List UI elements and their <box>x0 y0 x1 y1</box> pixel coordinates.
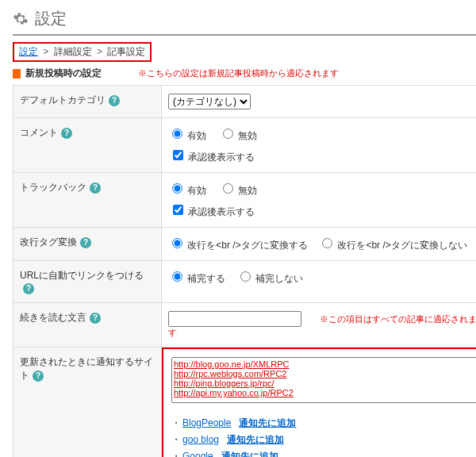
autolink-radio-on[interactable]: 補完する <box>168 273 225 284</box>
readmore-label: 続きを読む文言 <box>20 312 86 323</box>
list-item: ・Google通知先に追加 <box>171 450 476 457</box>
breadcrumb-sep: > <box>43 46 48 57</box>
help-icon[interactable]: ? <box>90 313 101 324</box>
breadcrumb-sep: > <box>97 46 102 57</box>
page-header: 設定 <box>13 8 476 36</box>
ping-highlight-box: http://blog.goo.ne.jp/XMLRPC http://rpc.… <box>162 348 476 457</box>
section-note: ※こちらの設定は新規記事投稿時から適応されます <box>138 67 339 79</box>
list-item: ・BlogPeople通知先に追加 <box>171 417 476 430</box>
help-icon[interactable]: ? <box>80 237 91 248</box>
ping-add-link[interactable]: 通知先に追加 <box>227 434 284 445</box>
ping-service-list: ・BlogPeople通知先に追加 ・goo blog通知先に追加 ・Googl… <box>171 417 476 457</box>
section-title-row: 新規投稿時の設定 ※こちらの設定は新規記事投稿時から適応されます <box>13 67 476 80</box>
section-title: 新規投稿時の設定 <box>25 67 102 80</box>
autolink-radio-off[interactable]: 補完しない <box>236 273 303 284</box>
ping-textarea[interactable]: http://blog.goo.ne.jp/XMLRPC http://rpc.… <box>171 357 476 403</box>
ping-add-link[interactable]: 通知先に追加 <box>221 451 278 457</box>
help-icon[interactable]: ? <box>61 128 72 139</box>
autolink-label: URLに自動でリンクをつける <box>20 270 144 281</box>
ping-service-link[interactable]: goo blog <box>182 434 219 445</box>
page-title: 設定 <box>35 8 67 29</box>
breadcrumb-link-0[interactable]: 設定 <box>19 46 38 57</box>
breadcrumb: 設定 > 詳細設定 > 記事設定 <box>13 42 152 62</box>
br-radio-convert[interactable]: 改行を<br />タグに変換する <box>168 240 308 251</box>
help-icon[interactable]: ? <box>109 95 120 106</box>
help-icon[interactable]: ? <box>33 371 44 382</box>
help-icon[interactable]: ? <box>90 182 101 194</box>
trackback-radio-disable[interactable]: 無効 <box>219 185 257 196</box>
breadcrumb-item-2: 記事設定 <box>107 46 145 57</box>
comment-radio-enable[interactable]: 有効 <box>168 130 206 141</box>
ping-service-link[interactable]: BlogPeople <box>182 417 231 428</box>
comment-approve-check[interactable]: 承認後表示する <box>170 152 255 163</box>
ping-add-link[interactable]: 通知先に追加 <box>239 417 296 428</box>
breadcrumb-item-1: 詳細設定 <box>54 46 92 57</box>
gear-icon <box>13 11 29 27</box>
category-select[interactable]: (カテゴリなし) <box>168 94 251 109</box>
trackback-label: トラックバック <box>20 182 86 193</box>
trackback-approve-check[interactable]: 承認後表示する <box>170 206 255 217</box>
comment-radio-disable[interactable]: 無効 <box>219 130 257 141</box>
help-icon[interactable]: ? <box>23 283 34 294</box>
ping-service-link[interactable]: Google <box>182 451 213 457</box>
list-item: ・goo blog通知先に追加 <box>171 433 476 447</box>
comment-label: コメント <box>20 127 58 138</box>
readmore-input[interactable] <box>168 311 301 327</box>
trackback-radio-enable[interactable]: 有効 <box>168 185 206 196</box>
br-label: 改行タグ変換 <box>20 236 77 248</box>
section-bar-icon <box>13 69 21 79</box>
settings-table: デフォルトカテゴリ? (カテゴリなし) コメント? 有効 無効 承認後表示する … <box>13 85 476 457</box>
br-radio-noconvert[interactable]: 改行を<br />タグに変換しない <box>318 240 467 251</box>
category-label: デフォルトカテゴリ <box>20 94 106 106</box>
